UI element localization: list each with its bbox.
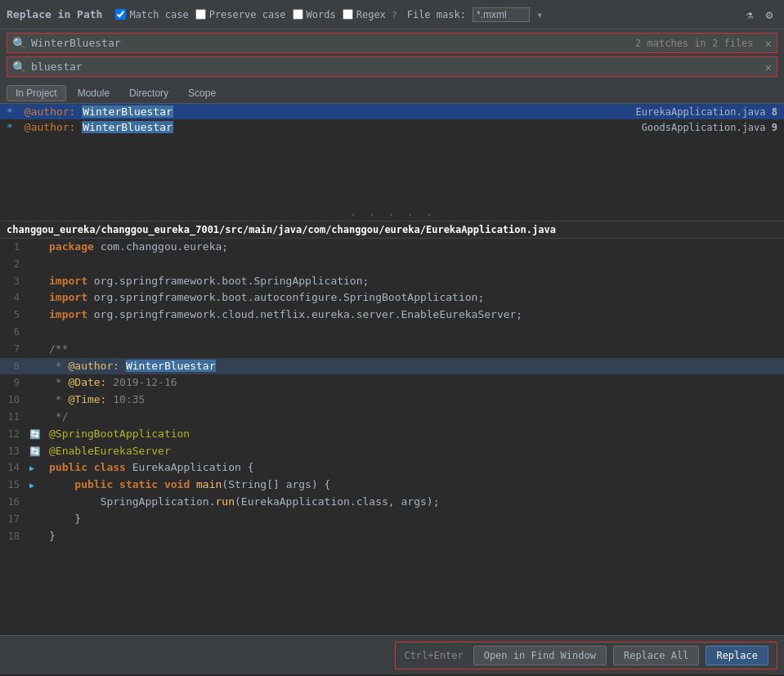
code-line-13: 13 🔄 @EnableEurekaServer <box>0 443 784 460</box>
result-filename: EurekaApplication.java 8 <box>636 106 777 118</box>
file-mask-label: File mask: <box>407 9 466 20</box>
line-content: @SpringBootApplication <box>46 426 190 443</box>
line-content: import org.springframework.boot.autoconf… <box>46 289 484 307</box>
line-content: SpringApplication.run(EurekaApplication.… <box>46 494 439 511</box>
tab-module[interactable]: Module <box>69 86 118 101</box>
match-count: 2 matches in 2 files <box>629 38 760 49</box>
line-number: 9 <box>0 375 29 391</box>
words-label[interactable]: Words <box>307 9 336 20</box>
regex-group: Regex ? <box>343 9 397 20</box>
line-number: 8 <box>0 359 29 374</box>
line-content: * @author: WinterBluestar <box>46 358 216 375</box>
line-icon: 🔄 <box>29 445 46 459</box>
settings-icon[interactable]: ⚙ <box>761 7 777 23</box>
replace-row: 🔍 bluestar ✕ <box>7 56 777 77</box>
divider-dots: . . . . . <box>0 202 784 221</box>
results-area: * @author: WinterBluestar EurekaApplicat… <box>0 104 784 202</box>
line-icon: ▶ <box>29 462 46 475</box>
line-content: import org.springframework.cloud.netflix… <box>46 307 522 324</box>
code-line-11: 11 */ <box>0 409 784 426</box>
regex-label[interactable]: Regex ? <box>356 9 397 20</box>
line-content <box>46 256 56 273</box>
result-filename: GoodsApplication.java 9 <box>642 122 777 133</box>
line-content: public class EurekaApplication { <box>46 459 253 477</box>
search-fields: 🔍 WinterBluestar 2 matches in 2 files ✕ … <box>0 29 784 83</box>
result-row[interactable]: * @author: WinterBluestar EurekaApplicat… <box>0 104 784 119</box>
result-asterisk: * <box>7 121 15 133</box>
file-mask-dropdown-icon[interactable]: ▾ <box>536 8 543 21</box>
code-line-2: 2 <box>0 256 784 273</box>
line-number: 1 <box>0 240 29 255</box>
code-line-17: 17 } <box>0 511 784 528</box>
line-number: 18 <box>0 529 29 544</box>
code-view[interactable]: 1 package com.changgou.eureka; 2 3 impor… <box>0 239 784 635</box>
code-line-5: 5 import org.springframework.cloud.netfl… <box>0 307 784 324</box>
open-find-window-button[interactable]: Open in Find Window <box>473 646 607 665</box>
match-case-group: Match case <box>115 9 188 20</box>
result-asterisk: * <box>7 105 15 118</box>
line-content: } <box>46 511 81 528</box>
line-number: 17 <box>0 512 29 527</box>
line-number: 6 <box>0 325 29 340</box>
preserve-case-checkbox[interactable] <box>195 9 206 20</box>
line-number: 14 <box>0 460 29 476</box>
line-number: 13 <box>0 444 29 459</box>
words-group: Words <box>293 9 336 20</box>
replace-all-button[interactable]: Replace All <box>613 646 699 665</box>
result-prefix: @author: <box>18 121 82 133</box>
tab-directory[interactable]: Directory <box>121 86 177 101</box>
line-content: package com.changgou.eureka; <box>46 239 228 256</box>
find-row: 🔍 WinterBluestar 2 matches in 2 files ✕ <box>7 33 777 53</box>
scope-tabs: In Project Module Directory Scope <box>0 83 784 104</box>
line-number: 7 <box>0 342 29 357</box>
match-case-label[interactable]: Match case <box>129 9 188 20</box>
line-content: @EnableEurekaServer <box>46 443 171 460</box>
replace-search-icon: 🔍 <box>7 60 31 74</box>
code-line-10: 10 * @Time: 10:35 <box>0 392 784 409</box>
line-content: * @Time: 10:35 <box>46 392 145 409</box>
code-line-6: 6 <box>0 324 784 341</box>
line-content: /** <box>46 341 68 358</box>
bottom-action-group: Ctrl+Enter Open in Find Window Replace A… <box>395 642 777 669</box>
tab-scope[interactable]: Scope <box>180 86 224 101</box>
replace-clear-icon[interactable]: ✕ <box>760 60 777 74</box>
line-number: 12 <box>0 427 29 442</box>
code-line-18: 18 } <box>0 528 784 545</box>
line-number: 16 <box>0 495 29 510</box>
replace-button[interactable]: Replace <box>706 646 768 665</box>
code-line-16: 16 SpringApplication.run(EurekaApplicati… <box>0 494 784 511</box>
line-icon: ▶ <box>29 479 46 492</box>
filter-icon[interactable]: ⚗ <box>741 7 758 23</box>
find-clear-icon[interactable]: ✕ <box>760 37 777 50</box>
code-line-12: 12 🔄 @SpringBootApplication <box>0 426 784 443</box>
result-highlight: WinterBluestar <box>82 121 173 133</box>
replace-input[interactable]: bluestar <box>31 57 760 76</box>
line-content: import org.springframework.boot.SpringAp… <box>46 273 369 290</box>
code-line-3: 3 import org.springframework.boot.Spring… <box>0 273 784 290</box>
line-number: 10 <box>0 392 29 408</box>
file-path-base: changgou_eureka/changgou_eureka_7001/src… <box>7 224 426 235</box>
preserve-case-label[interactable]: Preserve case <box>209 9 286 20</box>
result-row[interactable]: * @author: WinterBluestar GoodsApplicati… <box>0 119 784 135</box>
code-line-9: 9 * @Date: 2019-12-16 <box>0 374 784 392</box>
tab-in-project[interactable]: In Project <box>7 85 66 101</box>
file-path-breadcrumb: changgou_eureka/changgou_eureka_7001/src… <box>0 221 784 239</box>
dialog-title: Replace in Path <box>7 8 102 20</box>
line-content: */ <box>46 409 68 426</box>
find-input[interactable]: WinterBluestar <box>31 34 629 52</box>
line-content: public static void main(String[] args) { <box>46 477 330 494</box>
line-content: * @Date: 2019-12-16 <box>46 374 177 392</box>
shortcut-hint: Ctrl+Enter <box>404 650 463 661</box>
match-case-checkbox[interactable] <box>115 9 126 20</box>
find-search-icon: 🔍 <box>7 37 31 50</box>
result-highlight: WinterBluestar <box>82 105 173 118</box>
toolbar-right-icons: ⚗ ⚙ <box>741 7 777 23</box>
result-prefix: @author: <box>18 105 82 118</box>
file-mask-input[interactable]: *.mxml <box>473 7 530 22</box>
words-checkbox[interactable] <box>293 9 303 20</box>
code-line-14: 14 ▶ public class EurekaApplication { <box>0 459 784 477</box>
regex-checkbox[interactable] <box>343 9 353 20</box>
code-line-7: 7 /** <box>0 341 784 358</box>
code-line-1: 1 package com.changgou.eureka; <box>0 239 784 256</box>
line-content: } <box>46 528 56 545</box>
